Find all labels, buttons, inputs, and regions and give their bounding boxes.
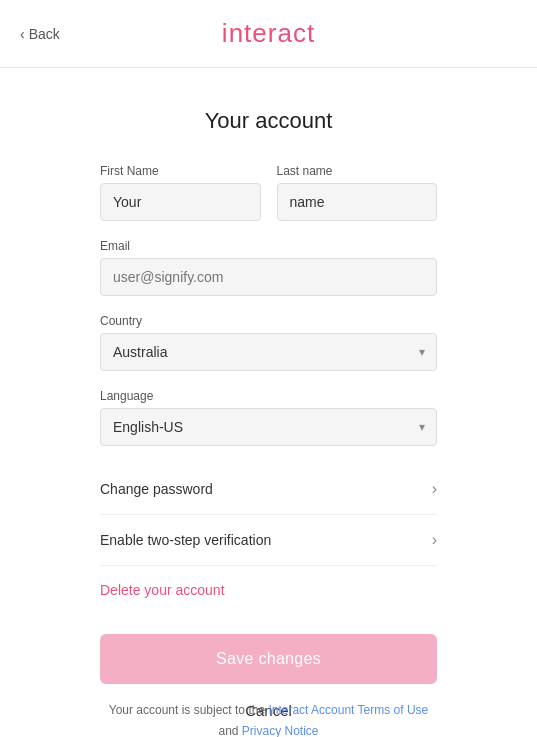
page-title: Your account — [100, 108, 437, 134]
country-select[interactable]: Australia United States United Kingdom C… — [100, 333, 437, 371]
main-content: Your account First Name Last name Email … — [0, 68, 537, 737]
footer-prefix: Your account is subject to the — [109, 703, 269, 717]
footer-conjunction: and — [218, 724, 241, 737]
first-name-label: First Name — [100, 164, 261, 178]
last-name-input[interactable] — [277, 183, 438, 221]
language-select[interactable]: English-US English-UK French German Span… — [100, 408, 437, 446]
back-button[interactable]: ‹ Back — [20, 26, 60, 42]
first-name-input[interactable] — [100, 183, 261, 221]
save-changes-button[interactable]: Save changes — [100, 634, 437, 684]
change-password-row[interactable]: Change password › — [100, 464, 437, 515]
email-input[interactable] — [100, 258, 437, 296]
two-step-label: Enable two-step verification — [100, 532, 271, 548]
back-label: Back — [29, 26, 60, 42]
chevron-right-icon: › — [432, 531, 437, 549]
email-label: Email — [100, 239, 437, 253]
first-name-field-group: First Name — [100, 164, 261, 221]
language-label: Language — [100, 389, 437, 403]
footer: Your account is subject to the Interact … — [0, 680, 537, 737]
last-name-label: Last name — [277, 164, 438, 178]
delete-account-button[interactable]: Delete your account — [100, 566, 225, 614]
name-row: First Name Last name — [100, 164, 437, 221]
email-field-group: Email — [100, 239, 437, 296]
language-field-group: Language English-US English-UK French Ge… — [100, 389, 437, 446]
chevron-left-icon: ‹ — [20, 26, 25, 42]
change-password-label: Change password — [100, 481, 213, 497]
two-step-verification-row[interactable]: Enable two-step verification › — [100, 515, 437, 566]
chevron-right-icon: › — [432, 480, 437, 498]
privacy-link[interactable]: Privacy Notice — [242, 724, 319, 737]
language-select-wrapper: English-US English-UK French German Span… — [100, 408, 437, 446]
terms-link[interactable]: Interact Account Terms of Use — [268, 703, 428, 717]
country-field-group: Country Australia United States United K… — [100, 314, 437, 371]
country-label: Country — [100, 314, 437, 328]
last-name-field-group: Last name — [277, 164, 438, 221]
header: ‹ Back interact — [0, 0, 537, 68]
logo: interact — [222, 18, 315, 49]
country-select-wrapper: Australia United States United Kingdom C… — [100, 333, 437, 371]
